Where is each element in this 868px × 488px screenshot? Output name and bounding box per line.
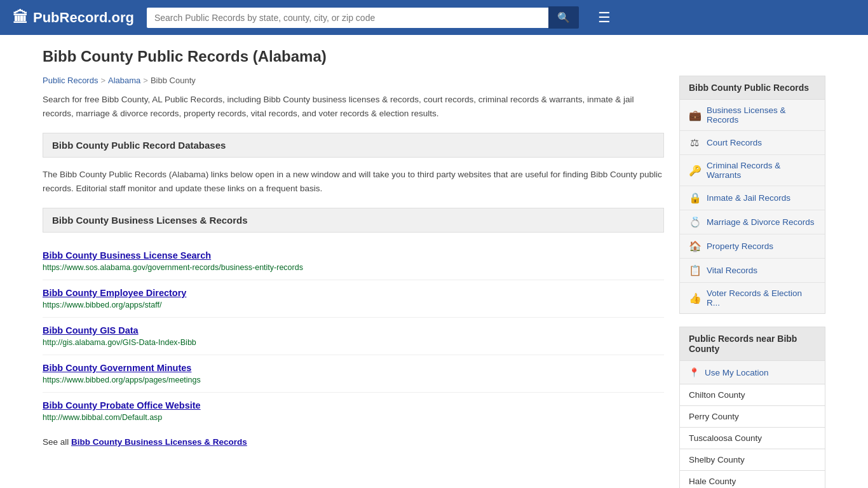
sidebar-record-icon: 🔑 — [689, 165, 700, 177]
sidebar-record-icon: 🔒 — [689, 192, 700, 204]
record-item: Bibb County Business License Search http… — [43, 243, 664, 280]
record-item: Bibb County Government Minutes https://w… — [43, 355, 664, 393]
sidebar-record-label: Business Licenses & Records — [707, 105, 816, 125]
sidebar-record-label: Vital Records — [707, 266, 757, 275]
main-content: Public Records > Alabama > Bibb County S… — [43, 76, 664, 488]
breadcrumb-sep-1: > — [100, 76, 105, 85]
breadcrumb-sep-2: > — [143, 76, 148, 85]
nearby-county-item[interactable]: Hale County — [679, 471, 825, 488]
sidebar-record-item[interactable]: 🔒 Inmate & Jail Records — [680, 186, 825, 210]
sidebar: Bibb County Public Records 💼 Business Li… — [679, 76, 825, 488]
sidebar-record-item[interactable]: 💼 Business Licenses & Records — [680, 100, 825, 131]
record-url: http://www.bibbal.com/Default.asp — [43, 413, 664, 422]
record-item: Bibb County Probate Office Website http:… — [43, 393, 664, 430]
record-item: Bibb County GIS Data http://gis.alabama.… — [43, 318, 664, 355]
record-item: Bibb County Employee Directory https://w… — [43, 280, 664, 318]
business-records-list: Bibb County Business License Search http… — [43, 243, 664, 430]
search-button[interactable]: 🔍 — [548, 6, 579, 29]
sidebar-record-label: Criminal Records & Warrants — [707, 161, 816, 180]
record-title[interactable]: Bibb County Employee Directory — [43, 288, 664, 298]
sidebar-record-label: Inmate & Jail Records — [707, 193, 790, 203]
site-logo[interactable]: 🏛 PubRecord.org — [13, 9, 134, 27]
sidebar-record-item[interactable]: 🔑 Criminal Records & Warrants — [680, 155, 825, 186]
sidebar-record-icon: 👍 — [689, 292, 700, 304]
record-title[interactable]: Bibb County Probate Office Website — [43, 400, 664, 410]
business-section-header: Bibb County Business Licenses & Records — [43, 208, 664, 233]
sidebar-record-label: Voter Records & Election R... — [707, 288, 816, 308]
sidebar-record-label: Court Records — [707, 138, 762, 147]
sidebar-record-icon: 💍 — [689, 216, 700, 228]
sidebar-record-item[interactable]: 📋 Vital Records — [680, 259, 825, 283]
use-location-button[interactable]: 📍 Use My Location — [679, 361, 825, 384]
record-url: https://www.bibbed.org/apps/pages/meetin… — [43, 376, 664, 384]
search-bar: 🔍 — [147, 6, 579, 29]
sidebar-record-icon: ⚖ — [689, 137, 700, 149]
sidebar-record-item[interactable]: 💍 Marriage & Divorce Records — [680, 210, 825, 234]
sidebar-record-icon: 💼 — [689, 109, 700, 121]
breadcrumb-link-public-records[interactable]: Public Records — [43, 76, 98, 85]
record-title[interactable]: Bibb County Business License Search — [43, 250, 664, 261]
record-url: http://gis.alabama.gov/GIS-Data-Index-Bi… — [43, 338, 664, 347]
location-icon: 📍 — [689, 367, 700, 377]
databases-section-header: Bibb County Public Record Databases — [43, 133, 664, 158]
logo-text: PubRecord.org — [33, 10, 134, 26]
nearby-counties-list: Chilton CountyPerry CountyTuscaloosa Cou… — [679, 384, 825, 488]
record-title[interactable]: Bibb County GIS Data — [43, 325, 664, 336]
sidebar-record-item[interactable]: 👍 Voter Records & Election R... — [680, 283, 825, 313]
sidebar-record-item[interactable]: 🏠 Property Records — [680, 234, 825, 259]
content-layout: Public Records > Alabama > Bibb County S… — [43, 76, 825, 488]
sidebar-public-records-header: Bibb County Public Records — [680, 76, 825, 100]
search-icon: 🔍 — [557, 12, 570, 23]
site-header: 🏛 PubRecord.org 🔍 ☰ — [0, 0, 868, 35]
sidebar-record-item[interactable]: ⚖ Court Records — [680, 131, 825, 155]
see-all-link[interactable]: Bibb County Business Licenses & Records — [71, 437, 247, 447]
sidebar-record-icon: 🏠 — [689, 240, 700, 252]
logo-icon: 🏛 — [13, 9, 28, 27]
see-all-text: See all Bibb County Business Licenses & … — [43, 437, 664, 447]
menu-button[interactable]: ☰ — [598, 10, 611, 26]
breadcrumb: Public Records > Alabama > Bibb County — [43, 76, 664, 85]
nearby-county-item[interactable]: Chilton County — [679, 384, 825, 406]
sidebar-items: 💼 Business Licenses & Records ⚖ Court Re… — [680, 100, 825, 313]
page-title: Bibb County Public Records (Alabama) — [43, 48, 825, 65]
breadcrumb-current: Bibb County — [151, 76, 196, 85]
sidebar-record-label: Marriage & Divorce Records — [707, 217, 815, 227]
sidebar-public-records-box: Bibb County Public Records 💼 Business Li… — [679, 76, 825, 314]
nearby-county-item[interactable]: Perry County — [679, 406, 825, 428]
nearby-county-item[interactable]: Shelby County — [679, 449, 825, 471]
sidebar-nearby-box: Public Records near Bibb County 📍 Use My… — [679, 327, 825, 488]
page-description: Search for free Bibb County, AL Public R… — [43, 93, 664, 120]
search-input[interactable] — [147, 8, 548, 28]
record-url: https://www.sos.alabama.gov/government-r… — [43, 263, 664, 272]
use-location-label: Use My Location — [705, 368, 769, 377]
sidebar-record-label: Property Records — [707, 241, 773, 251]
databases-description: The Bibb County Public Records (Alabama)… — [43, 168, 664, 195]
sidebar-record-icon: 📋 — [689, 264, 700, 276]
nearby-county-item[interactable]: Tuscaloosa County — [679, 428, 825, 449]
sidebar-nearby-header: Public Records near Bibb County — [679, 327, 825, 361]
menu-icon: ☰ — [598, 10, 611, 25]
record-url: https://www.bibbed.org/apps/staff/ — [43, 301, 664, 309]
page-container: Bibb County Public Records (Alabama) Pub… — [27, 35, 841, 488]
breadcrumb-link-alabama[interactable]: Alabama — [108, 76, 140, 85]
record-title[interactable]: Bibb County Government Minutes — [43, 363, 664, 373]
